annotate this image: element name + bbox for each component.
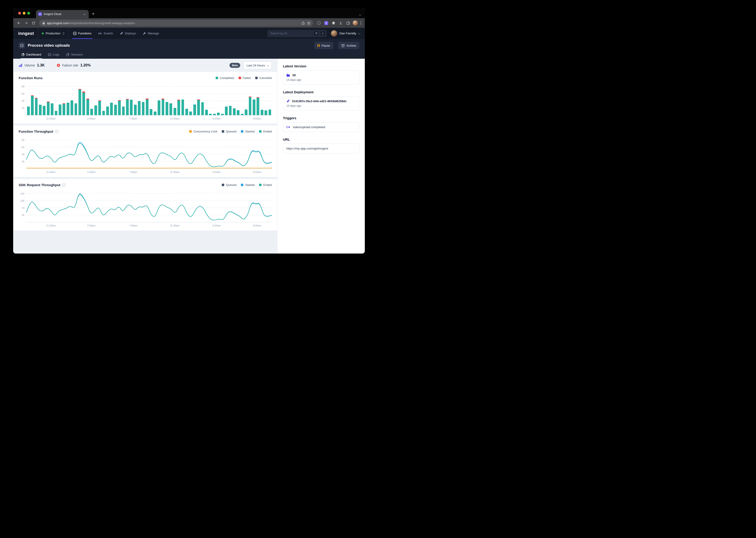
bar-completed-segment <box>142 102 145 115</box>
user-menu[interactable]: Dan Farrelly <box>331 30 360 37</box>
function-run-bar <box>46 83 50 115</box>
bar-completed-segment <box>31 96 34 115</box>
close-window-button[interactable] <box>18 12 21 15</box>
tab-close-icon[interactable]: × <box>82 12 86 16</box>
function-run-bar <box>54 83 58 115</box>
function-run-bar <box>102 83 106 115</box>
bar-completed-segment <box>102 111 105 115</box>
browser-tab-strip: Inngest Cloud × + <box>13 8 365 18</box>
tab-search-chevron-icon[interactable] <box>359 12 361 16</box>
page-info-icon[interactable]: i <box>315 20 322 27</box>
function-run-bar <box>252 83 256 115</box>
bar-completed-segment <box>237 110 240 115</box>
browser-profile-avatar[interactable] <box>352 20 359 27</box>
search-input[interactable] <box>270 31 312 35</box>
bar-completed-segment <box>197 100 200 115</box>
downloads-icon[interactable] <box>337 20 344 27</box>
archive-button[interactable]: Archive <box>338 42 359 49</box>
omnibox-actions <box>302 22 312 25</box>
bar-completed-segment <box>59 104 62 115</box>
environment-selector[interactable]: Production <box>38 28 68 39</box>
function-run-bar <box>74 83 78 115</box>
search-box[interactable]: ⌘ K <box>267 30 327 37</box>
function-run-bar <box>118 83 121 115</box>
function-run-bar <box>145 83 149 115</box>
function-run-bar <box>213 83 216 115</box>
bar-completed-segment <box>241 114 244 115</box>
function-url: https://my-app.com/api/inngest <box>286 147 328 150</box>
bar-completed-segment <box>264 110 267 115</box>
minimize-window-button[interactable] <box>23 12 25 15</box>
section-separator <box>13 124 277 126</box>
window-controls <box>18 12 30 15</box>
bar-completed-segment <box>229 106 232 115</box>
nav-item-functions[interactable]: Functions <box>70 28 95 39</box>
address-bar[interactable]: app.inngest.com/env/production/functions… <box>39 20 313 27</box>
x-axis: 11:30am3:30pm7:30pm11:30pm3:30am9:00am <box>26 222 272 228</box>
tab-versions[interactable]: Versions <box>64 51 85 59</box>
reload-button[interactable] <box>30 20 37 27</box>
x-tick-label: 3:30pm <box>87 224 96 227</box>
extensions-puzzle-icon[interactable] <box>330 20 337 27</box>
y-tick-label: 70 <box>22 207 24 209</box>
nav-item-events[interactable]: Events <box>95 28 117 39</box>
bar-completed-segment <box>189 112 192 115</box>
chevron-down-icon <box>358 32 360 34</box>
manage-icon <box>143 32 146 35</box>
bar-completed-segment <box>209 114 212 115</box>
chart-legend: QueuedStartedEnded <box>222 183 272 187</box>
legend-label: Ended <box>263 183 272 187</box>
function-run-bar <box>34 83 38 115</box>
info-icon[interactable]: i <box>62 183 66 187</box>
x-tick-label: 3:30pm <box>87 117 96 120</box>
forward-button[interactable] <box>23 20 29 27</box>
sdk-request-throughput-section: SDK Request Throughput i QueuedStartedEn… <box>13 179 277 231</box>
legend-label: Queued <box>226 183 236 187</box>
legend-label: Started <box>245 183 255 187</box>
bookmark-star-icon[interactable] <box>307 22 310 25</box>
share-icon[interactable] <box>302 22 305 25</box>
function-run-bar <box>94 83 98 115</box>
y-tick-label: 20 <box>22 160 24 163</box>
tab-label: Dashboard <box>26 53 41 56</box>
bar-completed-segment <box>181 99 184 115</box>
maximize-window-button[interactable] <box>27 12 30 15</box>
x-tick-label: 11:30pm <box>170 117 180 120</box>
time-range-select[interactable]: Last 24 Hours <box>243 61 272 69</box>
nav-item-deploys[interactable]: Deploys <box>117 28 139 39</box>
browser-tab[interactable]: Inngest Cloud × <box>36 10 89 18</box>
tab-dashboard[interactable]: Dashboard <box>19 51 44 59</box>
pause-button[interactable]: Pause <box>314 42 333 49</box>
legend-label: Ended <box>263 130 272 133</box>
new-tab-button[interactable]: + <box>92 12 95 16</box>
legend-swatch-icon <box>241 184 243 186</box>
bar-chart-plot <box>26 83 272 115</box>
password-extension-icon[interactable]: 1 <box>323 20 330 27</box>
function-run-bar <box>82 83 86 115</box>
chart-title: Function Runs <box>19 76 42 80</box>
user-name: Dan Farrelly <box>339 31 356 35</box>
bar-completed-segment <box>51 103 53 115</box>
inngest-logo[interactable]: inngest <box>18 31 38 36</box>
tab-logs[interactable]: Logs <box>45 51 62 59</box>
bar-completed-segment <box>71 100 73 115</box>
function-run-bar <box>205 83 208 115</box>
legend-item: Queued <box>222 130 236 133</box>
info-icon[interactable]: i <box>55 130 59 133</box>
bar-completed-segment <box>114 105 117 115</box>
function-run-bar <box>50 83 54 115</box>
browser-menu-icon[interactable] <box>359 21 362 26</box>
function-run-bar <box>256 83 260 115</box>
back-button[interactable] <box>16 20 22 27</box>
k-keycap: K <box>320 31 325 36</box>
nav-item-manage[interactable]: Manage <box>139 28 163 39</box>
x-tick-label: 3:30pm <box>87 171 96 173</box>
side-panel-icon[interactable] <box>345 20 352 27</box>
failure-rate-stat: Failure rate 1.20% <box>57 63 91 67</box>
line-chart-canvas <box>26 190 272 222</box>
x-tick-label: 7:30pm <box>129 224 137 227</box>
y-axis: 20406080 <box>19 83 26 115</box>
env-status-dot <box>42 32 44 34</box>
function-run-bar <box>165 83 169 115</box>
legend-label: Queued <box>226 130 236 133</box>
